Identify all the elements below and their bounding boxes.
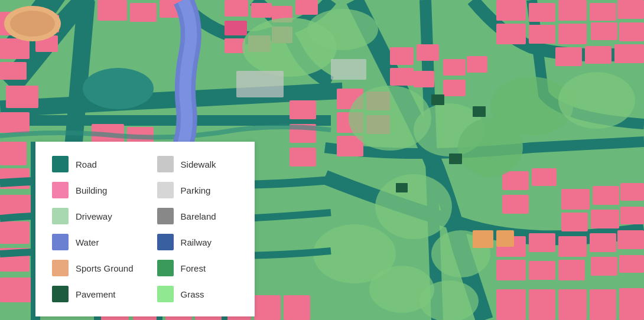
svg-rect-70: [532, 168, 557, 186]
svg-rect-60: [617, 0, 644, 19]
svg-rect-53: [443, 59, 466, 76]
legend-item-parking: Parking: [157, 178, 239, 202]
sidewalk-swatch: [157, 156, 174, 172]
svg-point-113: [307, 9, 378, 50]
parking-swatch: [157, 182, 174, 198]
road-label: Road: [76, 159, 97, 169]
bareland-swatch: [157, 208, 174, 224]
svg-rect-65: [619, 22, 644, 41]
svg-point-117: [375, 174, 452, 239]
svg-rect-76: [591, 210, 619, 228]
road-swatch: [52, 156, 69, 172]
svg-rect-82: [617, 230, 644, 249]
svg-rect-111: [290, 148, 316, 166]
driveway-swatch: [52, 208, 69, 224]
svg-rect-9: [0, 62, 27, 80]
svg-rect-87: [619, 255, 644, 273]
legend-item-pavement: Pavement: [52, 282, 134, 306]
svg-rect-38: [225, 21, 247, 35]
parking-label: Parking: [181, 185, 211, 195]
svg-rect-8: [0, 38, 30, 59]
svg-rect-109: [290, 100, 316, 119]
svg-rect-58: [558, 0, 587, 21]
svg-rect-88: [496, 289, 526, 320]
svg-rect-64: [591, 22, 617, 40]
legend-item-sports-ground: Sports Ground: [52, 256, 134, 280]
railway-swatch: [157, 234, 174, 250]
svg-rect-37: [251, 3, 272, 18]
svg-rect-52: [414, 71, 434, 87]
svg-rect-63: [558, 24, 587, 44]
legend-item-grass: Grass: [157, 282, 239, 306]
svg-rect-72: [561, 189, 590, 210]
legend-item-water: Water: [52, 230, 134, 254]
svg-rect-54: [467, 56, 487, 73]
forest-swatch: [157, 260, 174, 276]
sports-ground-swatch: [52, 260, 69, 276]
legend-item-road: Road: [52, 152, 134, 176]
legend-item-bareland: Bareland: [157, 204, 239, 228]
svg-rect-50: [417, 44, 439, 61]
sports-ground-label: Sports Ground: [76, 263, 134, 273]
svg-rect-91: [590, 289, 616, 320]
grass-label: Grass: [181, 289, 204, 299]
water-swatch: [52, 234, 69, 250]
driveway-label: Driveway: [76, 211, 112, 221]
svg-rect-12: [6, 86, 38, 108]
legend-item-sidewalk: Sidewalk: [157, 152, 239, 176]
svg-rect-61: [496, 24, 526, 44]
svg-rect-62: [529, 25, 555, 44]
svg-rect-69: [502, 171, 529, 190]
svg-rect-14: [0, 142, 27, 165]
svg-point-123: [419, 280, 479, 320]
legend-item-driveway: Driveway: [52, 204, 134, 228]
svg-rect-135: [331, 59, 366, 80]
svg-rect-128: [431, 94, 444, 105]
svg-rect-86: [591, 257, 617, 276]
svg-rect-59: [590, 3, 616, 21]
pavement-swatch: [52, 286, 69, 302]
svg-point-5: [83, 68, 154, 109]
svg-rect-132: [473, 230, 493, 248]
svg-rect-77: [620, 207, 644, 224]
svg-rect-80: [558, 236, 587, 257]
svg-rect-107: [254, 295, 281, 320]
svg-rect-55: [443, 80, 466, 96]
svg-rect-90: [558, 289, 587, 320]
svg-rect-51: [390, 68, 414, 86]
building-swatch: [52, 182, 69, 198]
grass-swatch: [157, 286, 174, 302]
svg-rect-108: [284, 295, 310, 320]
svg-rect-67: [585, 46, 612, 64]
railway-label: Railway: [181, 237, 212, 247]
svg-rect-74: [620, 183, 644, 201]
svg-rect-17: [0, 221, 30, 244]
bareland-label: Bareland: [181, 211, 216, 221]
svg-rect-83: [496, 260, 526, 280]
svg-rect-41: [225, 38, 245, 53]
svg-rect-73: [593, 186, 619, 205]
legend-item-forest: Forest: [157, 256, 239, 280]
svg-rect-134: [236, 71, 284, 97]
svg-rect-6: [0, 115, 331, 126]
svg-rect-131: [396, 183, 408, 192]
forest-label: Forest: [181, 263, 206, 273]
svg-rect-81: [590, 233, 616, 252]
svg-rect-19: [0, 277, 32, 302]
pavement-label: Pavement: [76, 289, 116, 299]
map-container: Road Sidewalk Building Parking Driveway …: [0, 0, 644, 320]
svg-rect-129: [473, 106, 486, 117]
svg-rect-85: [558, 260, 585, 280]
svg-rect-40: [295, 0, 318, 15]
legend-item-building: Building: [52, 178, 134, 202]
svg-rect-92: [619, 288, 644, 320]
svg-rect-49: [390, 47, 414, 65]
svg-rect-79: [529, 233, 555, 252]
svg-rect-66: [555, 47, 582, 66]
svg-rect-84: [529, 261, 555, 280]
water-label: Water: [76, 237, 99, 247]
svg-rect-13: [0, 112, 30, 133]
svg-rect-21: [130, 3, 157, 22]
svg-rect-57: [529, 3, 555, 22]
svg-rect-71: [502, 195, 529, 214]
